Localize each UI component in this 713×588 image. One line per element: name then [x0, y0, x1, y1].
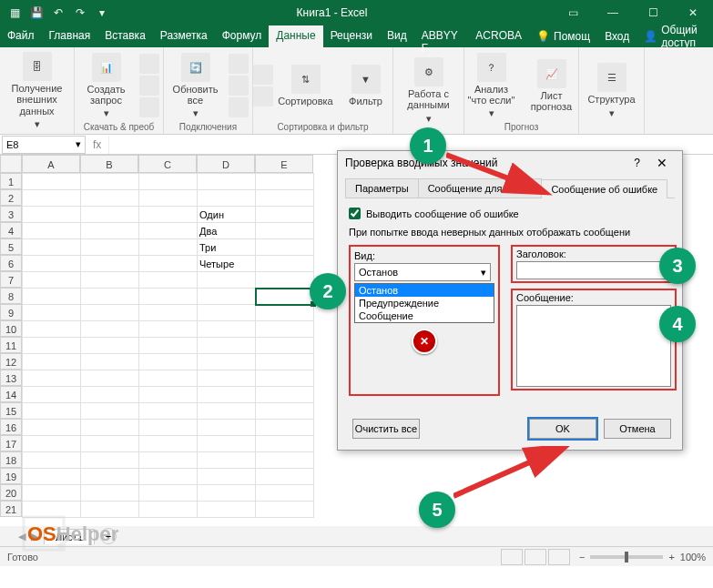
tab-acrobat[interactable]: ACROBA [468, 25, 529, 47]
row-header[interactable]: 6 [0, 255, 22, 271]
cell[interactable] [256, 305, 314, 321]
get-external-data-button[interactable]: 🗄Получение внешних данных▾ [10, 52, 65, 128]
recent-sources-button[interactable] [139, 97, 159, 117]
cell[interactable] [139, 436, 198, 452]
minimize-icon[interactable]: — [593, 0, 633, 25]
cell[interactable] [81, 174, 139, 190]
cell[interactable] [256, 387, 314, 403]
option-stop[interactable]: Останов [355, 284, 494, 297]
cell[interactable] [198, 485, 256, 502]
cell[interactable] [256, 354, 314, 370]
cell[interactable] [23, 190, 81, 207]
page-layout-view-button[interactable] [525, 549, 546, 565]
cell[interactable] [256, 370, 314, 387]
cell[interactable] [198, 321, 256, 338]
column-header[interactable]: E [255, 155, 313, 173]
row-header[interactable]: 4 [0, 222, 22, 238]
cell[interactable] [198, 436, 256, 452]
cell[interactable] [81, 452, 139, 469]
dialog-tab-input-message[interactable]: Сообщение для ввода [418, 178, 543, 198]
row-header[interactable]: 17 [0, 435, 22, 451]
cell[interactable] [81, 469, 139, 485]
row-header[interactable]: 12 [0, 353, 22, 370]
cell[interactable] [23, 420, 81, 436]
cell[interactable] [139, 305, 198, 321]
cell[interactable] [256, 289, 314, 305]
dialog-close-button[interactable]: ✕ [649, 156, 675, 170]
cell[interactable] [256, 256, 314, 272]
cell[interactable] [198, 403, 256, 420]
cell[interactable] [81, 354, 139, 370]
dialog-help-button[interactable]: ? [634, 157, 640, 169]
row-header[interactable]: 11 [0, 337, 22, 353]
data-tools-button[interactable]: ⚙Работа с данными▾ [402, 57, 456, 123]
column-header[interactable]: D [197, 155, 255, 173]
tab-formulas[interactable]: Формул [215, 25, 270, 47]
signin[interactable]: Вход [597, 25, 637, 47]
cell[interactable] [256, 223, 314, 239]
cell[interactable] [139, 338, 198, 354]
cell[interactable] [198, 272, 256, 289]
cell[interactable] [23, 354, 81, 370]
cell[interactable] [139, 321, 198, 338]
cell[interactable] [23, 174, 81, 190]
cell[interactable] [256, 321, 314, 338]
tab-abbyy[interactable]: ABBYY F [414, 25, 469, 47]
sort-az-button[interactable] [253, 65, 273, 85]
zoom-level[interactable]: 100% [680, 552, 706, 563]
row-header[interactable]: 7 [0, 271, 22, 288]
tab-insert[interactable]: Вставка [97, 25, 153, 47]
column-header[interactable]: B [80, 155, 138, 173]
sort-za-button[interactable] [253, 86, 273, 106]
share-button[interactable]: 👤Общий доступ [637, 25, 713, 47]
cell[interactable] [256, 272, 314, 289]
redo-icon[interactable]: ↷ [71, 4, 89, 22]
ok-button[interactable]: OK [529, 419, 596, 439]
cell[interactable] [81, 420, 139, 436]
cell[interactable] [256, 469, 314, 485]
cell[interactable]: Два [198, 223, 256, 239]
row-header[interactable]: 9 [0, 304, 22, 320]
cell[interactable] [23, 223, 81, 239]
cell[interactable] [23, 256, 81, 272]
cell[interactable] [198, 502, 256, 518]
cell[interactable] [23, 338, 81, 354]
cell[interactable] [139, 403, 198, 420]
page-break-view-button[interactable] [548, 549, 570, 565]
error-message-textarea[interactable] [516, 305, 671, 387]
cell[interactable] [256, 174, 314, 190]
what-if-button[interactable]: ？Анализ "что если"▾ [464, 53, 519, 118]
row-header[interactable]: 2 [0, 189, 22, 206]
cell[interactable] [81, 289, 139, 305]
cell[interactable] [198, 190, 256, 207]
cell[interactable] [23, 207, 81, 223]
cell[interactable] [256, 485, 314, 502]
cell[interactable] [139, 289, 198, 305]
show-error-checkbox[interactable] [349, 208, 361, 219]
row-header[interactable]: 5 [0, 238, 22, 255]
outline-button[interactable]: ☰Структура▾ [585, 63, 639, 117]
cell[interactable] [23, 469, 81, 485]
new-query-button[interactable]: 📊Создать запрос▾ [79, 53, 134, 118]
cell[interactable] [198, 420, 256, 436]
cell[interactable] [23, 321, 81, 338]
cell[interactable] [23, 452, 81, 469]
row-header[interactable]: 10 [0, 320, 22, 337]
error-title-input[interactable] [516, 261, 671, 279]
cell[interactable]: Один [198, 207, 256, 223]
cell[interactable] [23, 436, 81, 452]
clear-all-button[interactable]: Очистить все [352, 419, 420, 439]
cell[interactable]: Четыре [198, 256, 256, 272]
chevron-down-icon[interactable]: ▾ [76, 138, 81, 150]
from-table-button[interactable] [139, 76, 159, 96]
style-select[interactable]: Останов▾ [354, 263, 491, 281]
cell[interactable] [256, 502, 314, 518]
row-header[interactable]: 20 [0, 484, 22, 501]
option-warning[interactable]: Предупреждение [355, 297, 494, 309]
cell[interactable] [256, 338, 314, 354]
cell[interactable] [81, 436, 139, 452]
zoom-out-button[interactable]: − [579, 552, 585, 563]
cell[interactable] [81, 485, 139, 502]
dialog-tab-error-alert[interactable]: Сообщение об ошибке [541, 179, 667, 198]
cell[interactable] [81, 387, 139, 403]
